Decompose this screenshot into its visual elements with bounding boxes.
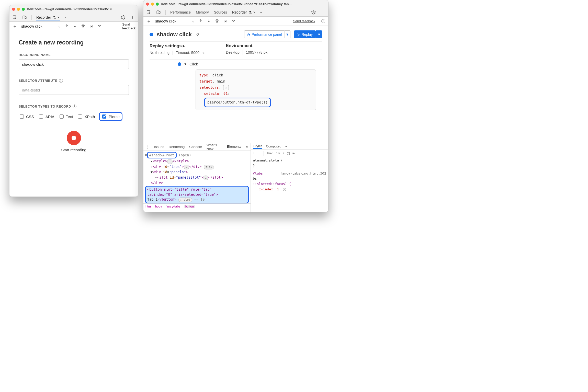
step-icon[interactable] xyxy=(89,24,94,29)
dom-tree[interactable]: ▼#shadow-root (open) ▸<style>…</style> ▸… xyxy=(143,151,251,203)
styles-filter-input[interactable] xyxy=(253,151,261,155)
import-icon[interactable] xyxy=(73,24,77,29)
info-icon[interactable]: i xyxy=(283,188,286,191)
help-icon[interactable]: ? xyxy=(321,19,325,23)
computed-sidebar-icon[interactable]: ▢ xyxy=(287,151,290,155)
drawer: ⋮ Issues Rendering Console What's New El… xyxy=(143,143,328,212)
selected-dom-node[interactable]: <button slot="title" role="tab" tabindex… xyxy=(145,186,249,203)
speed-icon[interactable] xyxy=(97,24,102,29)
speed-icon[interactable] xyxy=(231,19,236,24)
import-icon[interactable] xyxy=(207,19,211,24)
source-link[interactable]: fancy-tabs-…mo.html:302 xyxy=(280,171,326,176)
tab-computed[interactable]: Computed xyxy=(266,144,281,148)
checkbox-xpath[interactable]: XPath xyxy=(77,112,95,121)
step-header[interactable]: ▼ Click ⋮ xyxy=(150,60,322,68)
step-icon[interactable] xyxy=(223,19,228,24)
send-feedback-link[interactable]: Send feedback xyxy=(293,19,315,23)
devtools-tab-bar: Performance Memory Sources Recorder⚗︎× »… xyxy=(143,8,328,17)
add-recording-icon[interactable]: ＋ xyxy=(13,23,17,29)
close-drawer-icon[interactable]: × xyxy=(246,145,248,149)
chevron-down-icon[interactable]: ▾ xyxy=(284,30,290,38)
drawer-tab-whatsnew[interactable]: What's New xyxy=(207,143,222,151)
devtools-window-right: DevTools - rawgit.com/ebidel/2d2bb0cdec3… xyxy=(143,0,329,212)
help-icon[interactable]: ? xyxy=(59,79,63,83)
cls-toggle[interactable]: .cls xyxy=(275,152,280,155)
checkbox-text[interactable]: Text xyxy=(59,112,73,121)
close-dot[interactable] xyxy=(146,3,149,6)
performance-panel-button[interactable]: ◔Performance panel ▾ xyxy=(244,30,290,38)
recording-dropdown[interactable] xyxy=(155,19,188,24)
settings-gear-icon[interactable] xyxy=(311,9,316,15)
help-icon[interactable]: ? xyxy=(73,105,76,108)
flask-icon: ⚗︎ xyxy=(53,15,56,19)
kebab-menu-icon[interactable]: ⋮ xyxy=(130,15,135,20)
selector-attribute-input[interactable] xyxy=(19,85,129,95)
close-tab-icon[interactable]: × xyxy=(58,15,60,19)
tab-performance[interactable]: Performance xyxy=(170,9,191,15)
replay-button[interactable]: ▷Replay ▾ xyxy=(294,30,322,38)
recording-dropdown[interactable] xyxy=(21,24,54,29)
tab-memory[interactable]: Memory xyxy=(195,9,209,15)
add-recording-icon[interactable]: ＋ xyxy=(146,18,151,24)
styles-rules[interactable]: element.style { } #tabsfancy-tabs-…mo.ht… xyxy=(251,157,328,193)
tab-sources[interactable]: Sources xyxy=(213,9,228,15)
drawer-tab-console[interactable]: Console xyxy=(189,145,202,149)
chevron-down-icon[interactable]: ⌄ xyxy=(58,24,61,28)
inspect-icon[interactable] xyxy=(12,15,18,20)
new-rule-icon[interactable]: + xyxy=(282,152,284,155)
zoom-dot[interactable] xyxy=(22,8,25,11)
delete-icon[interactable] xyxy=(215,19,219,24)
window-title: DevTools - rawgit.com/ebidel/2d2bb0cdec3… xyxy=(27,7,135,11)
kebab-menu-icon[interactable]: ⋮ xyxy=(146,145,150,149)
tab-styles[interactable]: Styles xyxy=(253,144,262,149)
chevron-down-icon[interactable]: ⌄ xyxy=(191,19,195,23)
close-dot[interactable] xyxy=(12,8,15,11)
gauge-icon: ◔ xyxy=(247,32,250,37)
flask-icon: ⚗︎ xyxy=(248,10,252,14)
env-dimensions: 1095×778 px xyxy=(246,50,267,54)
drawer-tab-issues[interactable]: Issues xyxy=(154,145,164,149)
drawer-tab-elements[interactable]: Elements xyxy=(227,145,241,149)
checkbox-pierce[interactable]: Pierce xyxy=(99,112,122,121)
minimize-dot[interactable] xyxy=(151,3,154,6)
chevron-right-icon: ▸ xyxy=(183,43,185,48)
chevron-down-icon[interactable]: ▾ xyxy=(316,30,322,38)
zoom-dot[interactable] xyxy=(156,3,159,6)
close-tab-icon[interactable]: × xyxy=(253,10,255,14)
kebab-menu-icon[interactable]: ⋮ xyxy=(320,9,326,15)
kebab-menu-icon[interactable]: ⋮ xyxy=(318,62,322,66)
settings-gear-icon[interactable] xyxy=(121,15,126,20)
tab-recorder[interactable]: Recorder ⚗︎ × xyxy=(36,14,60,20)
minimize-dot[interactable] xyxy=(17,8,20,11)
flex-badge[interactable]: flex xyxy=(204,165,214,170)
selector-picker-icon[interactable]: ⬚ xyxy=(223,85,229,90)
device-toggle-icon[interactable] xyxy=(22,15,27,20)
devtools-tab-bar: Recorder ⚗︎ × » ⋮ xyxy=(9,13,138,22)
toggle-sidebar-icon[interactable]: ⇤ xyxy=(292,151,295,155)
step-name: Click xyxy=(189,62,198,66)
checkbox-aria[interactable]: ARIA xyxy=(38,112,54,121)
dom-breadcrumbs[interactable]: html body fancy-tabs button xyxy=(143,203,251,209)
tab-recorder[interactable]: Recorder⚗︎× xyxy=(232,9,256,15)
window-title: DevTools - rawgit.com/ebidel/2d2bb0cdec3… xyxy=(161,2,326,6)
delete-icon[interactable] xyxy=(81,24,85,29)
svg-rect-1 xyxy=(23,16,25,19)
hov-toggle[interactable]: :hov xyxy=(266,152,273,155)
overflow-tabs-icon[interactable]: » xyxy=(260,10,262,14)
drawer-tab-rendering[interactable]: Rendering xyxy=(169,145,185,149)
export-icon[interactable] xyxy=(64,24,69,29)
start-recording-button[interactable] xyxy=(67,131,81,145)
checkbox-css[interactable]: CSS xyxy=(19,112,34,121)
replay-settings-heading[interactable]: Replay settings xyxy=(150,43,182,48)
recording-name-input[interactable] xyxy=(19,59,129,69)
device-toggle-icon[interactable] xyxy=(156,9,161,15)
throttle-value: No throttling xyxy=(150,51,169,55)
export-icon[interactable] xyxy=(198,19,203,24)
inspect-icon[interactable] xyxy=(146,9,152,15)
tab-label: Recorder xyxy=(36,15,51,19)
env-device: Desktop xyxy=(226,50,240,54)
send-feedback-link[interactable]: Send feedback xyxy=(122,22,135,30)
overflow-tabs-icon[interactable]: » xyxy=(285,144,287,148)
overflow-tabs-icon[interactable]: » xyxy=(64,15,66,19)
edit-icon[interactable] xyxy=(195,32,200,37)
